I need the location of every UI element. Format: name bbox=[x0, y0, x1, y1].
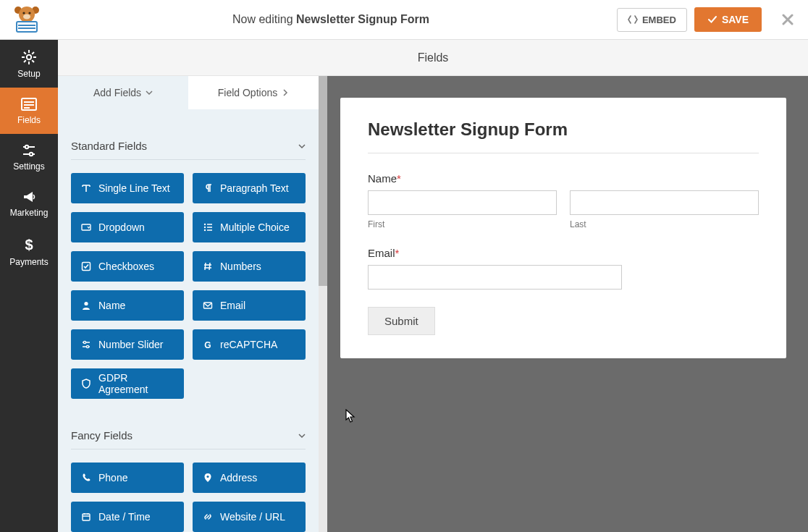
field-type-number-slider[interactable]: Number Slider bbox=[71, 329, 184, 360]
builder-body: Add Fields Field Options Standard Fields… bbox=[58, 76, 808, 532]
embed-button[interactable]: EMBED bbox=[617, 8, 687, 32]
builder-header: Fields bbox=[58, 40, 808, 76]
nav-fields[interactable]: Fields bbox=[0, 88, 58, 134]
chevron-down-icon bbox=[146, 89, 153, 96]
tab-field-options[interactable]: Field Options bbox=[188, 76, 319, 109]
google-icon: G bbox=[203, 339, 213, 350]
nav-setup[interactable]: Setup bbox=[0, 40, 58, 88]
name-label: Name* bbox=[368, 172, 759, 185]
field-type-checkboxes[interactable]: Checkboxes bbox=[71, 251, 184, 282]
svg-point-9 bbox=[27, 55, 31, 59]
field-type-dropdown[interactable]: Dropdown bbox=[71, 212, 184, 242]
name-field-row[interactable]: Name* First Last bbox=[368, 172, 759, 229]
field-type-multiple-choice[interactable]: Multiple Choice bbox=[193, 212, 306, 242]
map-marker-icon bbox=[203, 473, 213, 483]
submit-button[interactable]: Submit bbox=[368, 307, 435, 335]
standard-field-grid: Single Line TextParagraph TextDropdownMu… bbox=[71, 160, 306, 403]
svg-point-30 bbox=[204, 224, 206, 225]
svg-point-40 bbox=[83, 341, 85, 343]
field-type-label: Multiple Choice bbox=[220, 221, 290, 233]
envelope-icon bbox=[203, 300, 213, 311]
svg-line-15 bbox=[32, 60, 34, 62]
builder: Fields Add Fields Field Options Standard… bbox=[58, 40, 808, 532]
app-logo bbox=[9, 5, 45, 34]
svg-rect-45 bbox=[83, 514, 90, 520]
field-type-email[interactable]: Email bbox=[193, 290, 306, 321]
field-type-label: Name bbox=[98, 300, 125, 311]
scrollbar-thumb[interactable] bbox=[319, 76, 327, 286]
field-type-recaptcha[interactable]: GreCAPTCHA bbox=[193, 329, 306, 360]
svg-rect-6 bbox=[17, 22, 37, 32]
required-asterisk: * bbox=[397, 172, 401, 185]
fields-panel: Add Fields Field Options Standard Fields… bbox=[58, 76, 319, 532]
svg-point-5 bbox=[23, 14, 30, 20]
svg-point-37 bbox=[84, 302, 88, 305]
tab-add-fields[interactable]: Add Fields bbox=[58, 76, 188, 109]
phone-icon bbox=[81, 473, 91, 483]
field-type-label: Paragraph Text bbox=[220, 182, 289, 194]
field-type-single-line-text[interactable]: Single Line Text bbox=[71, 173, 184, 203]
svg-text:G: G bbox=[204, 340, 211, 350]
chevron-down-icon bbox=[298, 143, 306, 150]
svg-point-44 bbox=[206, 476, 209, 478]
field-type-label: Number Slider bbox=[98, 339, 163, 350]
panel-scrollbar[interactable] bbox=[319, 76, 327, 532]
gear-icon bbox=[22, 50, 36, 64]
svg-point-23 bbox=[25, 145, 28, 148]
form-name: Newsletter Signup Form bbox=[296, 13, 429, 25]
nav-marketing[interactable]: Marketing bbox=[0, 180, 58, 227]
hashtag-icon bbox=[203, 261, 213, 271]
editing-title: Now editing Newsletter Signup Form bbox=[45, 13, 617, 26]
svg-line-17 bbox=[24, 60, 26, 62]
field-type-paragraph-text[interactable]: Paragraph Text bbox=[193, 173, 306, 203]
panel-tabs: Add Fields Field Options bbox=[58, 76, 319, 109]
user-icon bbox=[81, 300, 91, 311]
field-type-label: Phone bbox=[98, 472, 127, 484]
field-type-name[interactable]: Name bbox=[71, 290, 184, 321]
section-standard-fields[interactable]: Standard Fields bbox=[71, 122, 306, 160]
text-icon bbox=[81, 183, 91, 193]
nav-payments[interactable]: $ Payments bbox=[0, 227, 58, 276]
chevron-right-icon bbox=[282, 89, 289, 96]
chevron-down-icon bbox=[298, 432, 306, 439]
field-type-label: Email bbox=[220, 300, 245, 311]
first-sublabel: First bbox=[368, 219, 557, 229]
required-asterisk: * bbox=[395, 247, 400, 259]
top-actions: EMBED SAVE bbox=[617, 7, 794, 32]
field-type-numbers[interactable]: Numbers bbox=[193, 251, 306, 282]
nav-settings[interactable]: Settings bbox=[0, 134, 58, 180]
field-type-label: Checkboxes bbox=[98, 261, 154, 272]
close-button[interactable] bbox=[782, 14, 794, 25]
svg-line-16 bbox=[32, 52, 34, 54]
preview-area[interactable]: Newsletter Signup Form Name* First Last bbox=[319, 76, 808, 532]
svg-point-3 bbox=[22, 12, 25, 14]
sliders-icon bbox=[81, 339, 91, 350]
svg-line-14 bbox=[24, 52, 26, 54]
email-field-row[interactable]: Email* bbox=[368, 247, 759, 290]
field-type-gdpr-agreement[interactable]: GDPR Agreement bbox=[71, 368, 184, 399]
field-type-phone[interactable]: Phone bbox=[71, 463, 184, 493]
fancy-field-grid: PhoneAddressDate / TimeWebsite / URL bbox=[71, 449, 306, 532]
last-name-input[interactable] bbox=[570, 190, 759, 215]
first-name-input[interactable] bbox=[368, 190, 557, 215]
section-fancy-fields[interactable]: Fancy Fields bbox=[71, 416, 306, 449]
shield-icon bbox=[81, 379, 91, 389]
now-editing-prefix: Now editing bbox=[232, 13, 296, 25]
email-label: Email* bbox=[368, 247, 759, 259]
field-type-label: Website / URL bbox=[220, 511, 285, 523]
field-type-address[interactable]: Address bbox=[193, 463, 306, 493]
side-nav: Setup Fields Settings Marketing $ Paymen… bbox=[0, 40, 58, 532]
field-type-website-url[interactable]: Website / URL bbox=[193, 502, 306, 532]
dollar-icon: $ bbox=[24, 237, 34, 253]
form-icon bbox=[21, 98, 37, 111]
panel-content[interactable]: Standard Fields Single Line TextParagrap… bbox=[58, 109, 319, 532]
code-icon bbox=[628, 15, 638, 24]
field-type-label: Numbers bbox=[220, 261, 261, 272]
paragraph-icon bbox=[203, 183, 213, 193]
email-input[interactable] bbox=[368, 265, 622, 290]
svg-point-31 bbox=[204, 227, 206, 228]
save-button[interactable]: SAVE bbox=[694, 7, 762, 32]
close-icon bbox=[782, 14, 794, 25]
check-icon bbox=[707, 15, 717, 24]
field-type-date-time[interactable]: Date / Time bbox=[71, 502, 184, 532]
